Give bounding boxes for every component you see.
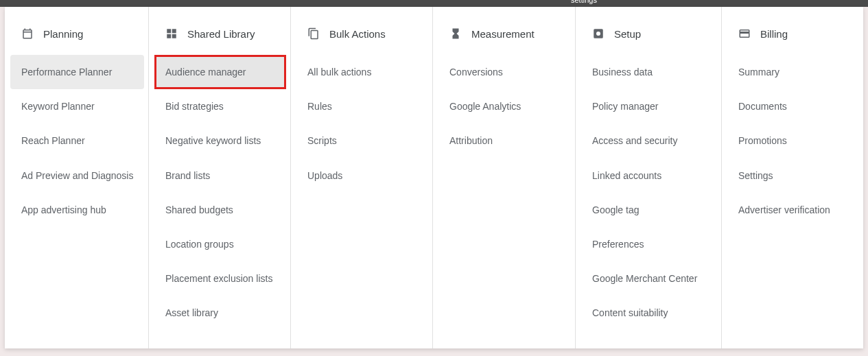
menu-item-business-data[interactable]: Business data — [576, 55, 721, 89]
column-header-label: Billing — [760, 28, 788, 40]
menu-item-preferences[interactable]: Preferences — [576, 227, 721, 261]
column-billing: Billing Summary Documents Promotions Set… — [722, 7, 863, 348]
menu-item-reach-planner[interactable]: Reach Planner — [5, 123, 148, 158]
menu-item-bid-strategies[interactable]: Bid strategies — [149, 89, 290, 123]
menu-item-negative-keyword-lists[interactable]: Negative keyword lists — [149, 123, 290, 158]
menu-item-conversions[interactable]: Conversions — [433, 55, 575, 89]
column-header-planning: Planning — [5, 27, 148, 55]
column-shared-library: Shared Library Audience manager Bid stra… — [149, 7, 291, 348]
menu-item-audience-manager[interactable]: Audience manager — [154, 55, 286, 89]
column-header-label: Shared Library — [187, 28, 255, 40]
column-header-measurement: Measurement — [433, 27, 575, 55]
menu-item-attribution[interactable]: Attribution — [433, 123, 575, 158]
tools-panel: Planning Performance Planner Keyword Pla… — [5, 7, 863, 348]
column-measurement: Measurement Conversions Google Analytics… — [433, 7, 576, 348]
column-header-bulk-actions: Bulk Actions — [291, 27, 432, 55]
menu-item-asset-library[interactable]: Asset library — [149, 296, 290, 330]
menu-item-access-security[interactable]: Access and security — [576, 123, 721, 158]
menu-item-settings[interactable]: Settings — [722, 158, 863, 193]
gear-box-icon — [592, 27, 605, 40]
menu-item-scripts[interactable]: Scripts — [291, 123, 432, 158]
menu-item-ad-preview-diagnosis[interactable]: Ad Preview and Diagnosis — [5, 158, 148, 193]
column-header-shared-library: Shared Library — [149, 27, 290, 55]
top-bar: settings — [0, 0, 868, 7]
menu-item-policy-manager[interactable]: Policy manager — [576, 89, 721, 123]
menu-item-keyword-planner[interactable]: Keyword Planner — [5, 89, 148, 123]
column-setup: Setup Business data Policy manager Acces… — [576, 7, 722, 348]
column-header-billing: Billing — [722, 27, 863, 55]
menu-item-google-tag[interactable]: Google tag — [576, 193, 721, 227]
card-icon — [738, 27, 751, 40]
grid-icon — [165, 27, 178, 40]
menu-item-content-suitability[interactable]: Content suitability — [576, 296, 721, 330]
menu-item-brand-lists[interactable]: Brand lists — [149, 158, 290, 193]
menu-item-google-analytics[interactable]: Google Analytics — [433, 89, 575, 123]
column-bulk-actions: Bulk Actions All bulk actions Rules Scri… — [291, 7, 433, 348]
menu-item-advertiser-verification[interactable]: Advertiser verification — [722, 193, 863, 227]
menu-item-placement-exclusion-lists[interactable]: Placement exclusion lists — [149, 261, 290, 296]
menu-item-all-bulk-actions[interactable]: All bulk actions — [291, 55, 432, 89]
column-header-label: Bulk Actions — [329, 28, 386, 40]
menu-item-rules[interactable]: Rules — [291, 89, 432, 123]
column-header-setup: Setup — [576, 27, 721, 55]
menu-item-linked-accounts[interactable]: Linked accounts — [576, 158, 721, 193]
column-header-label: Planning — [43, 28, 83, 40]
menu-item-documents[interactable]: Documents — [722, 89, 863, 123]
column-header-label: Measurement — [471, 28, 535, 40]
menu-item-shared-budgets[interactable]: Shared budgets — [149, 193, 290, 227]
column-header-label: Setup — [614, 28, 641, 40]
menu-item-performance-planner[interactable]: Performance Planner — [10, 55, 144, 89]
column-planning: Planning Performance Planner Keyword Pla… — [5, 7, 149, 348]
menu-item-summary[interactable]: Summary — [722, 55, 863, 89]
menu-item-app-advertising-hub[interactable]: App advertising hub — [5, 193, 148, 227]
menu-item-google-merchant-center[interactable]: Google Merchant Center — [576, 261, 721, 296]
menu-item-promotions[interactable]: Promotions — [722, 123, 863, 158]
topbar-partial-text: settings — [571, 0, 597, 4]
calendar-icon — [21, 27, 34, 40]
hourglass-icon — [449, 27, 462, 40]
copy-icon — [307, 27, 320, 40]
menu-item-uploads[interactable]: Uploads — [291, 158, 432, 193]
menu-item-location-groups[interactable]: Location groups — [149, 227, 290, 261]
